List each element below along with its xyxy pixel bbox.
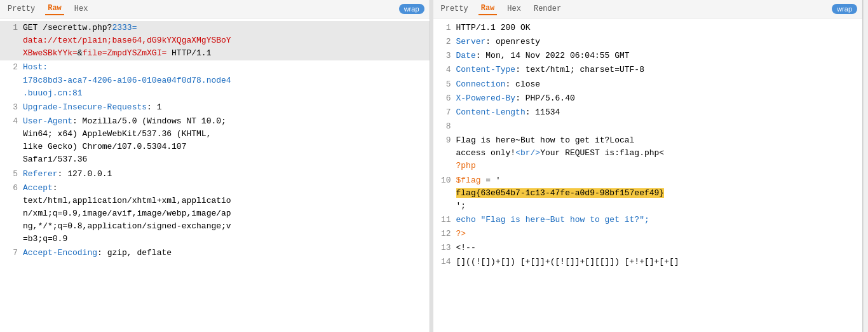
line-content: Accept: text/html,application/xhtml+xml,… (23, 182, 424, 246)
line-number: 9 (438, 134, 451, 172)
table-row: 9Flag is here~But how to get it?Local ac… (433, 134, 863, 173)
table-row: 5Connection: close (433, 78, 863, 92)
table-row: 5Referer: 127.0.0.1 (0, 167, 430, 181)
table-row: 8 (433, 120, 863, 134)
right-pane: Pretty Raw Hex Render wrap 1HTTP/1.1 200… (433, 0, 864, 332)
table-row: 4Content-Type: text/html; charset=UTF-8 (433, 63, 863, 77)
text-span: echo "Flag is here~But how to get it?"; (456, 215, 649, 225)
text-span: Upgrade-Insecure-Requests (23, 102, 147, 112)
line-number: 1 (5, 22, 18, 60)
table-row: 6X-Powered-By: PHP/5.6.40 (433, 92, 863, 106)
text-span: Content-Type (456, 65, 516, 74)
line-number: 2 (5, 61, 18, 99)
table-row: 2Server: openresty (433, 35, 863, 49)
line-content: Referer: 127.0.0.1 (23, 168, 424, 181)
line-content: []((![])+[]) [+[]]+([![]]+[][[]]) [+!+[]… (456, 256, 858, 268)
table-row: 4User-Agent: Mozilla/5.0 (Windows NT 10.… (0, 114, 430, 167)
line-content: Host: 178c8bd3-aca7-4206-a106-010ea04f0d… (23, 61, 424, 99)
right-pane-content: 1HTTP/1.1 200 OK2Server: openresty3Date:… (433, 18, 863, 332)
line-number: 10 (438, 174, 451, 212)
right-tab-raw[interactable]: Raw (478, 3, 498, 15)
text-span: User-Agent (23, 116, 72, 126)
right-tab-render[interactable]: Render (531, 3, 564, 15)
text-span: <br/> (515, 148, 540, 158)
left-tab-pretty[interactable]: Pretty (5, 3, 37, 15)
text-span: Server (456, 37, 486, 46)
text-span: Host: 178c8bd3-aca7-4206-a106-010ea04f0d… (23, 62, 231, 97)
table-row: 12?> (433, 227, 863, 241)
line-content: Date: Mon, 14 Nov 2022 06:04:55 GMT (456, 50, 858, 62)
text-span: Connection (456, 80, 506, 89)
text-span: Referer (23, 169, 58, 179)
line-number: 11 (438, 214, 451, 226)
line-number: 8 (438, 120, 451, 133)
line-number: 3 (5, 101, 18, 114)
line-content: Flag is here~But how to get it?Local acc… (456, 134, 858, 172)
table-row: 3Upgrade-Insecure-Requests: 1 (0, 100, 430, 114)
line-content: ?> (456, 228, 858, 240)
line-content: Upgrade-Insecure-Requests: 1 (23, 101, 424, 114)
text-span: Accept (23, 183, 53, 193)
text-span: X-Powered-By (456, 93, 516, 103)
line-number: 5 (5, 168, 18, 181)
line-number: 3 (438, 50, 451, 62)
left-pane-content: 1GET /secrettw.php?2333= data://text/pla… (0, 18, 430, 332)
right-tab-hex[interactable]: Hex (505, 3, 524, 15)
line-content (456, 120, 858, 133)
table-row: 11echo "Flag is here~But how to get it?"… (433, 213, 863, 227)
table-row: 7Content-Length: 11534 (433, 106, 863, 120)
line-number: 7 (438, 106, 451, 119)
line-content: $flag = ' flag{63e054b7-1c13-47fe-a0d9-9… (456, 174, 858, 212)
line-number: 1 (438, 22, 451, 34)
left-pane-header: Pretty Raw Hex wrap (0, 0, 430, 18)
line-number: 13 (438, 242, 451, 254)
table-row: 14[]((![])+[]) [+[]]+([![]]+[][[]]) [+!+… (433, 255, 863, 269)
text-span: Accept-Encoding (23, 248, 97, 258)
table-row: 1GET /secrettw.php?2333= data://text/pla… (0, 21, 430, 60)
left-tab-raw[interactable]: Raw (45, 3, 64, 15)
text-span: file=ZmpdYSZmXGI= (83, 48, 167, 58)
line-content: Accept-Encoding: gzip, deflate (23, 247, 424, 259)
line-number: 5 (438, 78, 451, 91)
line-content: X-Powered-By: PHP/5.6.40 (456, 92, 858, 105)
table-row: 1HTTP/1.1 200 OK (433, 21, 863, 35)
line-number: 2 (438, 36, 451, 48)
text-span: ?php (456, 161, 476, 170)
line-content: User-Agent: Mozilla/5.0 (Windows NT 10.0… (23, 115, 424, 167)
line-number: 6 (438, 92, 451, 105)
table-row: 6Accept: text/html,application/xhtml+xml… (0, 181, 430, 247)
line-content: Server: openresty (456, 36, 858, 48)
table-row: 10$flag = ' flag{63e054b7-1c13-47fe-a0d9… (433, 174, 863, 213)
table-row: 7Accept-Encoding: gzip, deflate (0, 246, 430, 260)
line-number: 6 (5, 182, 18, 246)
scrollbar[interactable] (863, 0, 868, 332)
right-pane-header: Pretty Raw Hex Render wrap (433, 0, 863, 18)
left-pane: Pretty Raw Hex wrap 1GET /secrettw.php?2… (0, 0, 430, 332)
table-row: 13<!-- (433, 241, 863, 255)
line-content: echo "Flag is here~But how to get it?"; (456, 214, 858, 226)
text-span: Date (456, 51, 476, 60)
line-number: 4 (438, 64, 451, 76)
line-number: 7 (5, 247, 18, 259)
line-content: Content-Length: 11534 (456, 106, 858, 119)
line-number: 14 (438, 256, 451, 268)
right-wrap-button[interactable]: wrap (832, 4, 857, 14)
text-span: $flag (456, 176, 481, 185)
line-content: Connection: close (456, 78, 858, 91)
text-span: Content-Length (456, 107, 526, 117)
line-number: 12 (438, 228, 451, 240)
left-tab-hex[interactable]: Hex (72, 3, 91, 15)
table-row: 3Date: Mon, 14 Nov 2022 06:04:55 GMT (433, 49, 863, 63)
table-row: 2Host: 178c8bd3-aca7-4206-a106-010ea04f0… (0, 60, 430, 100)
left-wrap-button[interactable]: wrap (399, 4, 424, 14)
right-tab-pretty[interactable]: Pretty (438, 3, 471, 15)
flag-value: flag{63e054b7-1c13-47fe-a0d9-98bf157eef4… (456, 188, 665, 198)
line-content: Content-Type: text/html; charset=UTF-8 (456, 64, 858, 76)
line-number: 4 (5, 115, 18, 167)
line-content: <!-- (456, 242, 858, 254)
line-content: HTTP/1.1 200 OK (456, 22, 858, 34)
text-span: 2333= (112, 23, 137, 32)
line-content: GET /secrettw.php?2333= data://text/plai… (23, 22, 424, 60)
text-span: ?> (456, 229, 466, 239)
